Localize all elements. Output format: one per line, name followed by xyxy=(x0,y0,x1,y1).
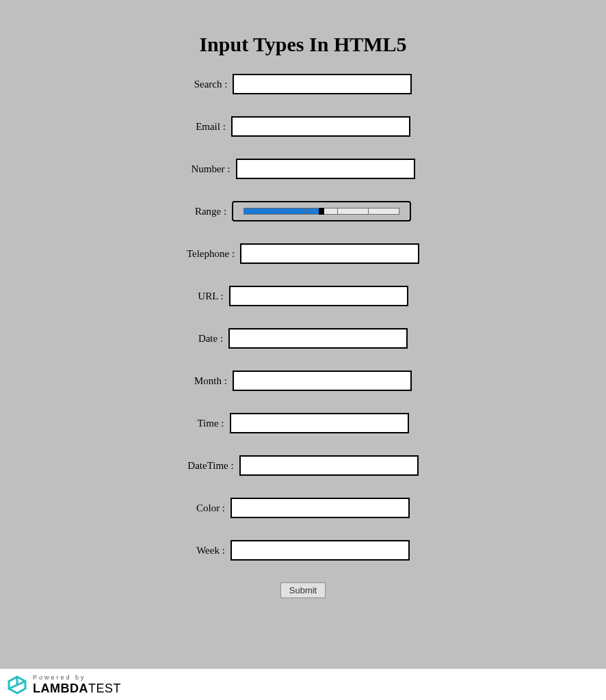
brand-name-bold: LAMBDA xyxy=(33,682,88,695)
label-telephone: Telephone : xyxy=(187,248,235,260)
powered-by-label: Powered by xyxy=(33,675,121,681)
brand: Powered by LAMBDATEST xyxy=(7,675,121,695)
row-range: Range : xyxy=(195,201,411,221)
search-input[interactable] xyxy=(233,74,412,94)
label-datetime: DateTime : xyxy=(187,460,233,472)
range-track xyxy=(243,208,399,215)
range-input[interactable] xyxy=(232,201,411,221)
page: Input Types In HTML5 Search : Email : Nu… xyxy=(0,0,606,598)
label-month: Month : xyxy=(194,375,227,387)
date-input[interactable] xyxy=(228,328,408,349)
range-fill xyxy=(244,208,321,214)
number-input[interactable] xyxy=(236,159,415,179)
range-tick xyxy=(275,208,276,214)
row-week: Week : xyxy=(196,540,410,561)
row-month: Month : xyxy=(194,371,412,391)
row-datetime: DateTime : xyxy=(187,455,418,476)
label-url: URL : xyxy=(198,291,223,302)
row-date: Date : xyxy=(198,328,408,349)
label-date: Date : xyxy=(198,333,223,345)
week-input[interactable] xyxy=(230,540,410,561)
brand-text: Powered by LAMBDATEST xyxy=(33,675,121,695)
brand-name: LAMBDATEST xyxy=(33,682,121,695)
brand-name-thin: TEST xyxy=(88,682,121,695)
row-number: Number : xyxy=(191,159,414,179)
submit-wrap: Submit xyxy=(280,582,326,598)
row-color: Color : xyxy=(196,498,410,518)
datetime-input[interactable] xyxy=(239,455,419,476)
url-input[interactable] xyxy=(229,286,408,306)
label-search: Search : xyxy=(194,79,228,90)
input-form: Search : Email : Number : Range : xyxy=(187,74,419,598)
footer: Powered by LAMBDATEST xyxy=(0,669,606,700)
label-color: Color : xyxy=(196,502,225,514)
row-time: Time : xyxy=(197,413,408,433)
label-week: Week : xyxy=(196,545,225,556)
submit-button[interactable]: Submit xyxy=(280,582,326,598)
row-email: Email : xyxy=(196,116,410,137)
email-input[interactable] xyxy=(231,116,410,137)
label-time: Time : xyxy=(197,418,224,429)
range-tick xyxy=(337,208,338,214)
label-range: Range : xyxy=(195,206,226,217)
row-telephone: Telephone : xyxy=(187,243,419,264)
telephone-input[interactable] xyxy=(240,243,419,264)
row-url: URL : xyxy=(198,286,408,306)
time-input[interactable] xyxy=(230,413,409,433)
lambdatest-logo-icon xyxy=(7,675,27,695)
range-thumb[interactable] xyxy=(319,208,324,215)
range-tick xyxy=(306,208,307,214)
row-search: Search : xyxy=(194,74,412,94)
label-email: Email : xyxy=(196,121,226,133)
label-number: Number : xyxy=(191,163,230,175)
page-title: Input Types In HTML5 xyxy=(199,33,406,56)
month-input[interactable] xyxy=(233,371,412,391)
range-tick xyxy=(368,208,369,214)
color-input[interactable] xyxy=(230,498,410,518)
